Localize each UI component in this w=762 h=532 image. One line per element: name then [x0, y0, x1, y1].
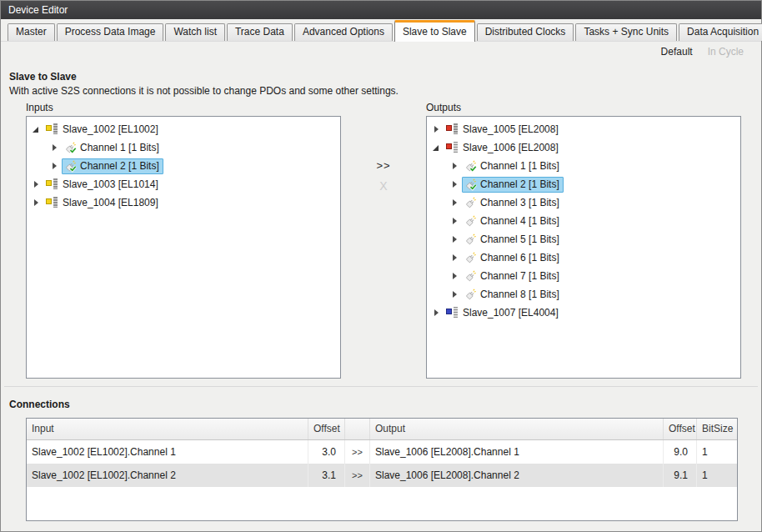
- slave-terminal-red-icon: [446, 123, 459, 135]
- chevron-collapsed-icon[interactable]: [430, 123, 444, 136]
- chevron-collapsed-icon[interactable]: [449, 159, 462, 173]
- tree-item-slave-1005[interactable]: Slave_1005 [EL2008]: [427, 120, 740, 138]
- tree-item-input-channel-2[interactable]: Channel 2 [1 Bits]: [27, 157, 340, 175]
- tree-item-output-channel-1[interactable]: Channel 1 [1 Bits]: [427, 157, 740, 175]
- tree-item-output-channel-4[interactable]: Channel 4 [1 Bits]: [427, 212, 740, 230]
- section-title: Slave to Slave: [9, 71, 77, 83]
- tree-item-slave-1002[interactable]: Slave_1002 [EL1002]: [27, 120, 340, 138]
- mode-in-cycle-button[interactable]: In Cycle: [708, 46, 744, 58]
- cell-offset-in: 3.0: [308, 440, 345, 464]
- tree-item-slave-1003[interactable]: Slave_1003 [EL1014]: [27, 175, 340, 193]
- chevron-collapsed-icon[interactable]: [449, 214, 462, 228]
- chevron-collapsed-icon[interactable]: [449, 178, 462, 191]
- chevron-collapsed-icon[interactable]: [30, 196, 43, 209]
- tree-item-label: Slave_1007 [EL4004]: [463, 307, 559, 319]
- tree-item-output-channel-5[interactable]: Channel 5 [1 Bits]: [427, 230, 740, 248]
- channel-unlinked-icon: [464, 252, 477, 264]
- link-arrow-icon: >>: [345, 464, 370, 487]
- tree-item-output-channel-6[interactable]: Channel 6 [1 Bits]: [427, 248, 740, 267]
- connections-header-row: Input Offset Output Offset BitSize: [27, 419, 737, 440]
- connection-row-1[interactable]: Slave_1002 [EL1002].Channel 1 3.0 >> Sla…: [27, 440, 737, 464]
- chevron-collapsed-icon[interactable]: [430, 306, 444, 319]
- tree-item-label: Channel 7 [1 Bits]: [480, 270, 559, 282]
- channel-unlinked-icon: [464, 215, 477, 228]
- chevron-collapsed-icon[interactable]: [449, 196, 462, 209]
- chevron-collapsed-icon[interactable]: [449, 288, 462, 301]
- channel-linked-icon: [464, 160, 477, 173]
- channel-linked-icon: [464, 178, 477, 191]
- tab-slave-to-slave[interactable]: Slave to Slave: [394, 20, 475, 42]
- mode-default-button[interactable]: Default: [661, 46, 693, 58]
- slave-terminal-red-icon: [446, 142, 459, 153]
- tree-item-label: Channel 2 [1 Bits]: [480, 178, 559, 190]
- chevron-collapsed-icon[interactable]: [48, 159, 62, 173]
- channel-unlinked-icon: [464, 197, 477, 209]
- tab-data-acquisition[interactable]: Data Acquisition: [679, 23, 762, 41]
- cell-offset-out: 9.1: [664, 464, 697, 487]
- cell-output: Slave_1006 [EL2008].Channel 1: [370, 440, 664, 464]
- tree-item-output-channel-2[interactable]: Channel 2 [1 Bits]: [427, 175, 740, 193]
- inputs-label: Inputs: [26, 102, 53, 113]
- column-header-bitsize[interactable]: BitSize: [697, 419, 737, 439]
- tree-item-label: Slave_1006 [EL2008]: [463, 142, 559, 153]
- cell-offset-out: 9.0: [664, 440, 697, 464]
- tab-tasks-sync-units[interactable]: Tasks + Sync Units: [575, 23, 677, 41]
- tab-distributed-clocks[interactable]: Distributed Clocks: [477, 23, 574, 41]
- tree-item-label: Channel 1 [1 Bits]: [480, 160, 559, 172]
- cell-input: Slave_1002 [EL1002].Channel 1: [27, 440, 308, 464]
- outputs-label: Outputs: [426, 102, 461, 113]
- outputs-tree: Slave_1005 [EL2008] Slave_1006 [EL2008] …: [426, 116, 741, 379]
- channel-unlinked-icon: [464, 289, 477, 301]
- tree-item-output-channel-8[interactable]: Channel 8 [1 Bits]: [427, 285, 740, 304]
- cell-offset-in: 3.1: [308, 464, 345, 487]
- cell-output: Slave_1006 [EL2008].Channel 2: [370, 464, 664, 487]
- chevron-expanded-icon[interactable]: [430, 141, 444, 154]
- tree-item-label: Channel 4 [1 Bits]: [480, 215, 559, 227]
- tree-item-label: Slave_1004 [EL1809]: [63, 197, 158, 208]
- column-header-output[interactable]: Output: [370, 419, 664, 439]
- tab-strip: Master Process Data Image Watch list Tra…: [1, 19, 761, 42]
- chevron-collapsed-icon[interactable]: [449, 251, 462, 264]
- tab-process-data-image[interactable]: Process Data Image: [57, 23, 164, 41]
- unlink-button[interactable]: X: [341, 179, 426, 193]
- tree-item-slave-1006[interactable]: Slave_1006 [EL2008]: [427, 138, 740, 157]
- chevron-collapsed-icon[interactable]: [30, 178, 43, 191]
- link-button[interactable]: >>: [341, 159, 426, 172]
- tree-item-slave-1007[interactable]: Slave_1007 [EL4004]: [427, 304, 740, 322]
- connections-title: Connections: [9, 399, 70, 410]
- column-header-input[interactable]: Input: [27, 419, 308, 439]
- inputs-tree: Slave_1002 [EL1002] Channel 1 [1 Bits] C…: [26, 116, 341, 379]
- tab-master[interactable]: Master: [8, 23, 55, 41]
- tab-trace-data[interactable]: Trace Data: [227, 23, 293, 41]
- channel-unlinked-icon: [464, 233, 477, 246]
- tree-item-label: Channel 6 [1 Bits]: [480, 252, 559, 263]
- tree-item-label: Channel 8 [1 Bits]: [480, 289, 559, 300]
- column-header-arrow: [345, 419, 370, 439]
- tree-item-input-channel-1[interactable]: Channel 1 [1 Bits]: [27, 138, 340, 157]
- cell-input: Slave_1002 [EL1002].Channel 2: [27, 464, 308, 487]
- tree-item-label: Slave_1005 [EL2008]: [463, 123, 559, 135]
- selected-tree-item[interactable]: Channel 2 [1 Bits]: [462, 177, 564, 193]
- tree-item-output-channel-7[interactable]: Channel 7 [1 Bits]: [427, 267, 740, 285]
- selected-tree-item[interactable]: Channel 2 [1 Bits]: [62, 158, 163, 174]
- column-header-offset-out[interactable]: Offset: [664, 419, 697, 439]
- connection-row-2[interactable]: Slave_1002 [EL1002].Channel 2 3.1 >> Sla…: [27, 464, 737, 487]
- chevron-collapsed-icon[interactable]: [449, 269, 462, 283]
- tree-item-label: Slave_1002 [EL1002]: [63, 123, 158, 135]
- device-editor-window: Device Editor Master Process Data Image …: [0, 0, 762, 532]
- channel-linked-icon: [64, 160, 77, 173]
- chevron-collapsed-icon[interactable]: [48, 141, 62, 154]
- cell-bitsize: 1: [697, 464, 737, 487]
- tree-item-slave-1004[interactable]: Slave_1004 [EL1809]: [27, 193, 340, 212]
- window-title: Device Editor: [1, 1, 761, 19]
- channel-unlinked-icon: [464, 270, 477, 283]
- column-header-offset-in[interactable]: Offset: [308, 419, 345, 439]
- tree-item-output-channel-3[interactable]: Channel 3 [1 Bits]: [427, 193, 740, 212]
- slave-terminal-yellow-icon: [46, 123, 58, 135]
- chevron-expanded-icon[interactable]: [30, 123, 43, 136]
- tab-watch-list[interactable]: Watch list: [165, 23, 225, 41]
- link-arrow-icon: >>: [345, 440, 370, 464]
- tab-advanced-options[interactable]: Advanced Options: [294, 23, 393, 41]
- tree-item-label: Slave_1003 [EL1014]: [63, 178, 158, 190]
- chevron-collapsed-icon[interactable]: [449, 233, 462, 246]
